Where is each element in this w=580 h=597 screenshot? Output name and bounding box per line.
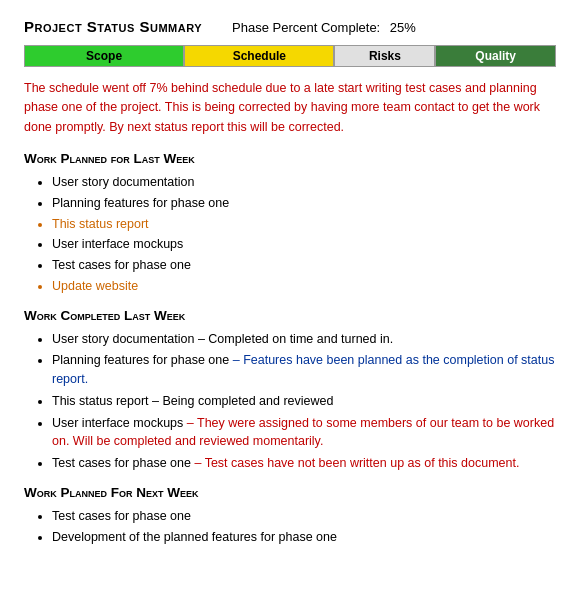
status-schedule: Schedule: [184, 45, 334, 67]
list-item-suffix: – Test cases have not been written up as…: [194, 456, 519, 470]
list-item: Test cases for phase one: [52, 256, 556, 275]
list-item: Update website: [52, 277, 556, 296]
phase-label: Phase Percent Complete:: [232, 20, 380, 35]
phase-value: 25%: [390, 20, 416, 35]
list-item: User interface mockups: [52, 235, 556, 254]
list-item: User story documentation: [52, 173, 556, 192]
list-item: Planning features for phase one: [52, 194, 556, 213]
list-item-suffix: – Completed on time and turned in.: [198, 332, 393, 346]
list-item: Development of the planned features for …: [52, 528, 556, 547]
list-item: User interface mockups – They were assig…: [52, 414, 556, 452]
list-item-prefix: User story documentation: [52, 332, 194, 346]
list-item: This status report: [52, 215, 556, 234]
planned-last-week-list: User story documentation Planning featur…: [24, 173, 556, 296]
phase-complete: Phase Percent Complete: 25%: [232, 20, 416, 35]
section-work-planned-next-week: Work Planned For Next Week Test cases fo…: [24, 485, 556, 547]
status-quality: Quality: [435, 45, 556, 67]
section-title-completed-last: Work Completed Last Week: [24, 308, 556, 323]
section-work-completed-last-week: Work Completed Last Week User story docu…: [24, 308, 556, 473]
list-item-prefix: This status report: [52, 394, 149, 408]
list-item-prefix: User interface mockups: [52, 416, 183, 430]
list-item: Test cases for phase one: [52, 507, 556, 526]
list-item-prefix: Test cases for phase one: [52, 456, 191, 470]
list-item: User story documentation – Completed on …: [52, 330, 556, 349]
list-item-suffix: – Being completed and reviewed: [152, 394, 333, 408]
section-title-planned-last: Work Planned for Last Week: [24, 151, 556, 166]
status-scope: Scope: [24, 45, 184, 67]
list-item: Test cases for phase one – Test cases ha…: [52, 454, 556, 473]
summary-text: The schedule went off 7% behind schedule…: [24, 79, 556, 137]
list-item: Planning features for phase one – Featur…: [52, 351, 556, 389]
page-title: Project Status Summary: [24, 18, 202, 35]
list-item-prefix: Planning features for phase one: [52, 353, 229, 367]
list-item: This status report – Being completed and…: [52, 392, 556, 411]
status-bar: Scope Schedule Risks Quality: [24, 45, 556, 67]
planned-next-week-list: Test cases for phase one Development of …: [24, 507, 556, 547]
completed-last-week-list: User story documentation – Completed on …: [24, 330, 556, 473]
header: Project Status Summary Phase Percent Com…: [24, 18, 556, 35]
section-work-planned-last-week: Work Planned for Last Week User story do…: [24, 151, 556, 296]
status-risks: Risks: [334, 45, 435, 67]
section-title-planned-next: Work Planned For Next Week: [24, 485, 556, 500]
